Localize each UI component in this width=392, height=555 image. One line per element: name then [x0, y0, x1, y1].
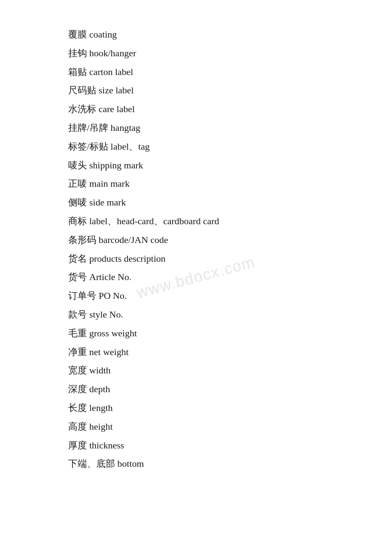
list-item: 标签/标贴 label、tag [68, 138, 324, 156]
list-item: 毛重 gross weight [68, 324, 324, 342]
list-item: 正唛 main mark [68, 175, 324, 193]
list-item: 覆膜 coating [68, 26, 324, 43]
list-item: 长度 length [68, 399, 324, 417]
list-item: 订单号 PO No. [68, 287, 324, 305]
list-item: 净重 net weight [68, 343, 324, 361]
list-item: 款号 style No. [68, 306, 324, 324]
list-item: 侧唛 side mark [68, 194, 324, 211]
list-item: 唛头 shipping mark [68, 156, 324, 174]
list-item: 高度 height [68, 418, 324, 436]
list-item: 深度 depth [68, 380, 324, 398]
list-item: 商标 label、head-card、cardboard card [68, 212, 324, 230]
list-item: 货名 products description [68, 250, 324, 268]
list-item: 尺码贴 size label [68, 81, 324, 99]
list-item: 条形码 barcode/JAN code [68, 231, 324, 249]
list-item: 箱贴 carton label [68, 63, 324, 81]
list-item: 挂钩 hook/hanger [68, 44, 324, 62]
list-item: 水洗标 care label [68, 100, 324, 118]
list-item: 挂牌/吊牌 hangtag [68, 119, 324, 137]
content-area: 覆膜 coating挂钩 hook/hanger箱贴 carton label尺… [0, 0, 392, 499]
list-item: 货号 Article No. [68, 268, 324, 286]
list-item: 下端、底部 bottom [68, 455, 324, 473]
list-item: 宽度 width [68, 361, 324, 379]
list-item: 厚度 thickness [68, 436, 324, 454]
